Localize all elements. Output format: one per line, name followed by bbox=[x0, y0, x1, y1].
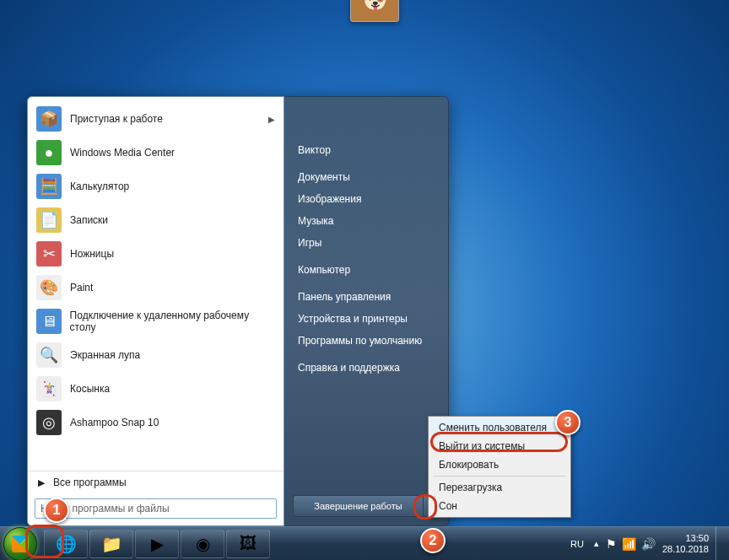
annotation-ring-2 bbox=[413, 494, 437, 520]
program-icon: 🎨 bbox=[36, 275, 62, 300]
program-icon: 📄 bbox=[36, 207, 62, 233]
program-label: Ashampoo Snap 10 bbox=[70, 417, 159, 428]
program-label: Записки bbox=[70, 214, 108, 226]
language-indicator[interactable]: RU bbox=[567, 537, 587, 551]
program-label: Windows Media Center bbox=[70, 147, 175, 159]
program-icon: 🧮 bbox=[36, 174, 62, 199]
right-panel-item-7[interactable]: Устройства и принтеры bbox=[284, 308, 448, 330]
program-item-9[interactable]: ◎ Ashampoo Snap 10 bbox=[30, 406, 282, 439]
search-input[interactable]: Найти программы и файлы bbox=[35, 498, 277, 519]
start-menu: 📦 Приступая к работе ▶● Windows Media Ce… bbox=[27, 96, 449, 526]
program-icon: ✂ bbox=[36, 241, 62, 267]
start-menu-left-pane: 📦 Приступая к работе ▶● Windows Media Ce… bbox=[27, 96, 284, 526]
program-icon: ● bbox=[36, 140, 62, 165]
program-icon: 🔍 bbox=[36, 342, 62, 368]
taskbar-pinned-items: 🌐 📁 ▶ ◉ 🖼 bbox=[44, 530, 270, 558]
right-panel-item-2[interactable]: Изображения bbox=[284, 188, 448, 210]
start-menu-right-pane: ВикторДокументыИзображенияМузыкаИгрыКомп… bbox=[284, 96, 449, 526]
annotation-ring-3 bbox=[430, 432, 568, 452]
annotation-step-3: 3 bbox=[555, 410, 580, 435]
all-programs-label: Все программы bbox=[53, 477, 127, 488]
program-item-7[interactable]: 🔍 Экранная лупа bbox=[30, 338, 282, 372]
program-label: Калькулятор bbox=[70, 180, 129, 192]
program-icon: 🖥 bbox=[36, 309, 62, 334]
shutdown-menu-item-4[interactable]: Сон bbox=[430, 497, 569, 515]
shutdown-button[interactable]: Завершение работы bbox=[293, 495, 423, 517]
taskbar-media-player[interactable]: ▶ bbox=[135, 530, 179, 558]
all-programs-button[interactable]: ▶ Все программы bbox=[28, 471, 284, 493]
network-icon[interactable]: 📶 bbox=[622, 537, 636, 551]
show-desktop-button[interactable] bbox=[716, 527, 724, 561]
right-panel-item-1[interactable]: Документы bbox=[284, 166, 448, 188]
annotation-step-1: 1 bbox=[44, 498, 69, 523]
program-item-5[interactable]: 🎨 Paint bbox=[30, 271, 282, 304]
arrow-right-icon: ▶ bbox=[38, 477, 45, 488]
submenu-arrow-icon: ▶ bbox=[268, 115, 275, 124]
volume-icon[interactable]: 🔊 bbox=[641, 537, 656, 551]
taskbar-clock[interactable]: 13:50 28.10.2018 bbox=[662, 533, 709, 554]
annotation-ring-1 bbox=[25, 525, 64, 558]
program-label: Подключение к удаленному рабочему столу bbox=[70, 310, 275, 333]
shutdown-menu-item-3[interactable]: Перезагрузка bbox=[430, 478, 569, 497]
right-panel-item-5[interactable]: Компьютер bbox=[284, 259, 448, 281]
program-item-4[interactable]: ✂ Ножницы bbox=[30, 237, 282, 271]
tray-icons: ⚑ 📶 🔊 bbox=[606, 537, 656, 551]
right-panel-item-8[interactable]: Программы по умолчанию bbox=[284, 330, 448, 352]
action-center-icon[interactable]: ⚑ bbox=[606, 537, 617, 551]
program-label: Экранная лупа bbox=[70, 349, 140, 361]
annotation-step-2: 2 bbox=[420, 528, 446, 553]
right-panel-item-6[interactable]: Панель управления bbox=[284, 286, 448, 308]
right-panel-item-3[interactable]: Музыка bbox=[284, 210, 448, 232]
program-item-2[interactable]: 🧮 Калькулятор bbox=[30, 170, 282, 203]
program-item-1[interactable]: ● Windows Media Center bbox=[30, 136, 282, 170]
program-item-3[interactable]: 📄 Записки bbox=[30, 203, 282, 237]
taskbar: 🌐 📁 ▶ ◉ 🖼 RU ▴ ⚑ 📶 🔊 13:50 28.10.2018 bbox=[0, 526, 729, 560]
right-panel-item-9[interactable]: Справка и поддержка bbox=[284, 357, 448, 379]
program-item-6[interactable]: 🖥 Подключение к удаленному рабочему стол… bbox=[30, 304, 282, 338]
program-label: Косынка bbox=[70, 383, 110, 395]
taskbar-snap[interactable]: 🖼 bbox=[226, 530, 270, 558]
taskbar-chrome[interactable]: ◉ bbox=[181, 530, 224, 558]
program-label: Приступая к работе bbox=[70, 113, 163, 125]
program-label: Ножницы bbox=[70, 248, 114, 260]
program-list: 📦 Приступая к работе ▶● Windows Media Ce… bbox=[28, 97, 284, 471]
shutdown-menu-item-2[interactable]: Блокировать bbox=[430, 455, 569, 474]
taskbar-explorer[interactable]: 📁 bbox=[89, 530, 133, 558]
program-icon: ◎ bbox=[36, 410, 62, 435]
program-item-0[interactable]: 📦 Приступая к работе ▶ bbox=[30, 102, 282, 136]
program-item-8[interactable]: 🃏 Косынка bbox=[30, 372, 282, 406]
right-panel-item-0[interactable]: Виктор bbox=[284, 139, 448, 161]
system-tray: RU ▴ ⚑ 📶 🔊 13:50 28.10.2018 bbox=[567, 527, 729, 561]
tray-expand-icon[interactable]: ▴ bbox=[594, 538, 599, 549]
program-icon: 🃏 bbox=[36, 376, 62, 401]
program-label: Paint bbox=[70, 282, 93, 293]
program-icon: 📦 bbox=[36, 106, 62, 132]
right-panel-item-4[interactable]: Игры bbox=[284, 232, 448, 254]
user-picture[interactable]: 🐶 bbox=[350, 0, 399, 22]
